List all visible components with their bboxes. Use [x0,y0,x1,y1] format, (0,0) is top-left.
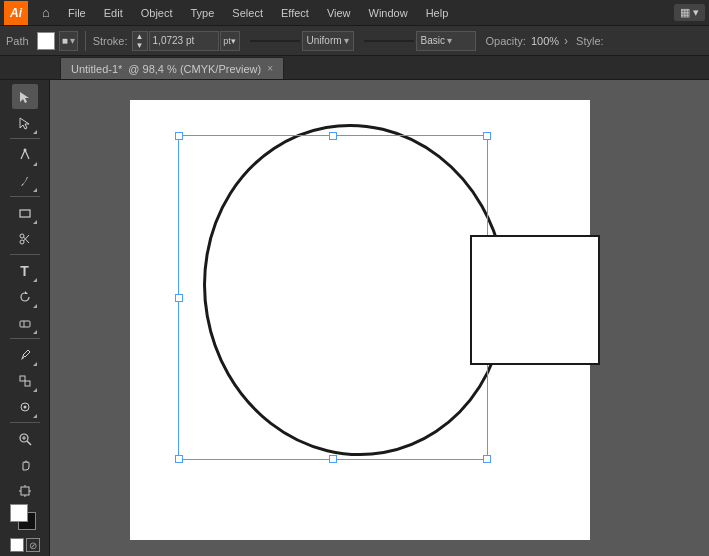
canvas-area [50,80,709,556]
artboard-icon [18,484,32,498]
pen-icon [18,148,32,162]
rectangle-shape[interactable] [470,235,600,365]
svg-marker-8 [25,291,28,294]
sel-handle-tr[interactable] [483,132,491,140]
zoom-tool-btn[interactable] [12,426,38,451]
menu-view[interactable]: View [319,5,359,21]
brush-tool-btn[interactable] [12,168,38,193]
tool-separator-5 [10,422,40,423]
eyedropper-tool-btn[interactable] [12,342,38,367]
menu-items: File Edit Object Type Select Effect View… [60,5,456,21]
uniform-dropdown[interactable]: Uniform [302,31,354,51]
selection-tool-btn[interactable] [12,84,38,109]
main-area: T [0,80,709,556]
workspace-icon: ▦ [680,6,690,19]
tab-subtitle: @ 98,4 % (CMYK/Preview) [128,63,261,75]
fill-chevron [70,35,75,46]
svg-rect-11 [20,376,25,381]
menu-edit[interactable]: Edit [96,5,131,21]
fill-dropdown[interactable]: ■ [59,31,78,51]
type-icon: T [20,263,29,279]
rotate-sub-arrow [33,304,37,308]
direct-selection-icon [18,116,32,130]
stroke-value[interactable]: 1,0723 pt [149,31,219,51]
color-indicators [10,504,40,534]
hand-tool-btn[interactable] [12,452,38,477]
svg-rect-3 [20,210,30,217]
path-label: Path [6,35,29,47]
basic-dropdown[interactable]: Basic [416,31,476,51]
workspace-button[interactable]: ▦ ▾ [674,4,705,21]
menu-file[interactable]: File [60,5,94,21]
rotate-tool-btn[interactable] [12,284,38,309]
tabbar: Untitled-1* @ 98,4 % (CMYK/Preview) × [0,56,709,80]
sel-handle-tc[interactable] [329,132,337,140]
opacity-label: Opacity: [486,35,526,47]
sel-handle-bc[interactable] [329,455,337,463]
eraser-tool-btn[interactable] [12,310,38,335]
svg-line-16 [27,441,31,445]
rectangle-tool-btn[interactable] [12,200,38,225]
menu-window[interactable]: Window [361,5,416,21]
opacity-value: 100% [531,35,559,47]
artboard-tool-btn[interactable] [12,478,38,503]
transform-sub-arrow [33,388,37,392]
type-sub-arrow [33,278,37,282]
svg-marker-0 [20,92,29,103]
menu-effect[interactable]: Effect [273,5,317,21]
zoom-icon [18,432,32,446]
menu-help[interactable]: Help [418,5,457,21]
menu-type[interactable]: Type [183,5,223,21]
sel-handle-br[interactable] [483,455,491,463]
stroke-unit-dropdown[interactable]: pt▾ [220,31,240,51]
svg-point-14 [23,405,26,408]
svg-rect-19 [21,487,29,495]
basic-line-preview [364,40,414,42]
basic-chevron [447,35,452,46]
style-label: Style: [576,35,604,47]
stroke-decrement[interactable]: ▲▼ [132,31,148,51]
direct-selection-tool-btn[interactable] [12,110,38,135]
fill-indicator[interactable] [10,504,28,522]
svg-marker-1 [20,118,29,129]
menubar: Ai ⌂ File Edit Object Type Select Effect… [0,0,709,26]
brush-sub-arrow [33,188,37,192]
swap-colors-btn[interactable] [10,538,24,552]
home-icon[interactable]: ⌂ [36,3,56,23]
type-tool-btn[interactable]: T [12,258,38,283]
sel-handle-ml[interactable] [175,294,183,302]
scissors-tool-btn[interactable] [12,226,38,251]
tool-separator-4 [10,338,40,339]
fill-icon: ■ [62,35,68,46]
sub-arrow [33,130,37,134]
opacity-more[interactable]: › [564,34,568,48]
hand-icon [18,458,32,472]
symbol-tool-btn[interactable] [12,394,38,419]
menu-object[interactable]: Object [133,5,181,21]
pen-sub-arrow [33,162,37,166]
tool-separator-3 [10,254,40,255]
rect-sub-arrow [33,220,37,224]
uniform-chevron [344,35,349,46]
color-mode-btns: ⊘ [10,538,40,552]
tool-separator-1 [10,138,40,139]
document-tab[interactable]: Untitled-1* @ 98,4 % (CMYK/Preview) × [60,57,284,79]
tab-close-button[interactable]: × [267,63,273,74]
pen-tool-btn[interactable] [12,142,38,167]
menu-select[interactable]: Select [224,5,271,21]
fill-color-swatch[interactable] [37,32,55,50]
transform-tool-btn[interactable] [12,368,38,393]
none-color-btn[interactable]: ⊘ [26,538,40,552]
svg-point-2 [23,148,26,151]
symbol-icon [18,400,32,414]
sel-handle-tl[interactable] [175,132,183,140]
stroke-line-preview [250,40,300,42]
sel-handle-bl[interactable] [175,455,183,463]
top-toolbar: Path ■ Stroke: ▲▼ 1,0723 pt pt▾ Uniform … [0,26,709,56]
eraser-icon [18,316,32,330]
tab-title: Untitled-1* [71,63,122,75]
left-toolbar: T [0,80,50,556]
toolbar-separator-1 [85,31,86,51]
uniform-label: Uniform [307,35,342,46]
selection-bounding-box [178,135,488,460]
